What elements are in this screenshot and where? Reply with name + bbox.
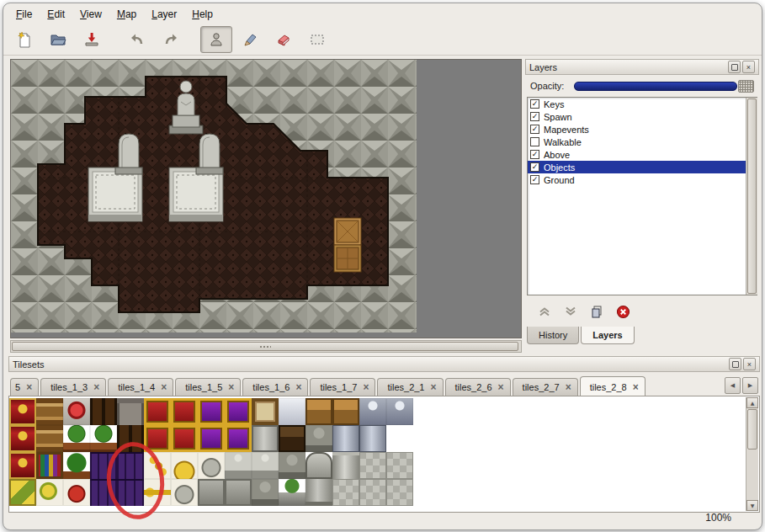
map-gravestone[interactable] (196, 134, 223, 174)
eraser-tool-button[interactable] (268, 26, 300, 53)
tile-cabinet_gray[interactable] (117, 398, 144, 425)
tile-throne_purple[interactable] (198, 425, 225, 452)
tile-white_cloth[interactable] (279, 398, 305, 425)
delete-layer-button[interactable] (614, 302, 632, 321)
tile-vase[interactable] (279, 479, 305, 506)
menu-file[interactable]: File (8, 7, 40, 22)
tileset-tab-tiles_2_6[interactable]: tiles_2_6× (445, 378, 511, 396)
tileset-scroll-thumb[interactable] (747, 409, 757, 450)
scroll-down-arrow[interactable]: ▼ (746, 500, 758, 511)
tile-plant[interactable] (90, 425, 117, 452)
tileset-tab-tiles_1_6[interactable]: tiles_1_6× (242, 378, 308, 396)
tile-armor_big[interactable] (359, 425, 386, 452)
tile-books[interactable] (36, 452, 63, 479)
close-tab-icon[interactable]: × (566, 383, 571, 391)
map-altar[interactable] (88, 168, 142, 221)
tile-plant_tall[interactable] (63, 452, 90, 479)
tile-statue_base[interactable] (198, 479, 225, 506)
tile-tile_gray[interactable] (386, 479, 413, 506)
tile-tile_gray[interactable] (359, 452, 386, 479)
close-tab-icon[interactable]: × (228, 383, 234, 391)
tile-door_purple[interactable] (90, 452, 117, 479)
tile-loom[interactable] (36, 425, 63, 452)
tile-grave[interactable] (305, 452, 332, 479)
tile-throne_purple[interactable] (198, 398, 225, 425)
tileset-tab-tiles_2_1[interactable]: tiles_2_1× (377, 378, 443, 396)
map-crates[interactable] (334, 218, 361, 272)
close-tab-icon[interactable]: × (431, 383, 437, 391)
tile-door_purple[interactable] (117, 452, 144, 479)
tile-banana[interactable] (36, 479, 63, 506)
tile-armor[interactable] (359, 398, 386, 425)
scroll-tabs-right-button[interactable]: ▶ (742, 377, 758, 394)
tile-rock[interactable] (198, 452, 225, 479)
close-tab-icon[interactable]: × (26, 383, 32, 391)
duplicate-layer-button[interactable] (587, 302, 606, 321)
map-horizontal-scrollbar[interactable] (10, 340, 522, 353)
close-tab-icon[interactable]: × (498, 383, 504, 391)
map-viewport[interactable] (10, 59, 522, 338)
tile-pillar_top[interactable] (332, 452, 359, 479)
tile-loom[interactable] (36, 398, 63, 425)
tile-throne_purple[interactable] (225, 398, 252, 425)
tile-throne_red[interactable] (171, 425, 198, 452)
open-button[interactable] (42, 26, 74, 53)
menu-view[interactable]: View (72, 7, 109, 22)
tile-cabinet_dark[interactable] (117, 425, 144, 452)
brush-tool-button[interactable] (234, 26, 266, 53)
tileset-tab-5[interactable]: 5× (10, 378, 39, 396)
tile-gargoyle[interactable] (279, 452, 305, 479)
tileset-tab-tiles_1_7[interactable]: tiles_1_7× (310, 378, 375, 396)
layer-visibility-checkbox[interactable]: ✓ (530, 162, 539, 172)
tile-door_purple[interactable] (90, 479, 117, 506)
menu-edit[interactable]: Edit (40, 7, 72, 22)
tile-obelisk[interactable] (252, 425, 279, 452)
layer-row-mapevents[interactable]: ✓Mapevents (528, 123, 757, 136)
tile-gargoyle[interactable] (305, 425, 332, 452)
undo-button[interactable] (121, 26, 153, 53)
tileset-tab-tiles_1_5[interactable]: tiles_1_5× (175, 378, 241, 396)
tile-statue_angel[interactable] (252, 452, 279, 479)
tile-banner_red[interactable] (9, 425, 36, 452)
tileset-scrollbar[interactable]: ▲ ▼ (746, 397, 758, 511)
tile-throne_red[interactable] (144, 398, 171, 425)
menu-layer[interactable]: Layer (144, 7, 184, 22)
map-gravestone[interactable] (115, 134, 142, 174)
tab-layers[interactable]: Layers (581, 327, 634, 344)
map-altar[interactable] (169, 168, 223, 221)
tileset-tab-tiles_1_3[interactable]: tiles_1_3× (40, 378, 106, 396)
tile-tile_gray[interactable] (386, 452, 413, 479)
tile-cabinet_dark[interactable] (90, 398, 117, 425)
close-panel-button[interactable]: × (742, 61, 755, 73)
tab-history[interactable]: History (527, 327, 579, 344)
map-canvas[interactable] (11, 60, 417, 332)
menu-help[interactable]: Help (184, 7, 220, 22)
save-button[interactable] (76, 26, 108, 53)
float-panel-button[interactable] (728, 61, 741, 73)
tile-gold_key[interactable] (144, 479, 171, 506)
tile-gold_pile[interactable] (171, 452, 198, 479)
tile-statue_base[interactable] (225, 479, 252, 506)
tile-pot_red[interactable] (63, 479, 90, 506)
layer-visibility-checkbox[interactable]: ✓ (530, 99, 539, 109)
close-tab-icon[interactable]: × (161, 383, 167, 391)
tile-chest_dark[interactable] (279, 425, 305, 452)
redo-button[interactable] (155, 26, 187, 53)
tileset-tab-tiles_1_4[interactable]: tiles_1_4× (108, 378, 173, 396)
tile-rock[interactable] (171, 479, 198, 506)
layer-row-walkable[interactable]: Walkable (528, 136, 757, 148)
close-tab-icon[interactable]: × (633, 383, 639, 391)
tile-pillar_base[interactable] (305, 479, 332, 506)
layer-row-keys[interactable]: ✓Keys (528, 98, 757, 110)
tile-plant[interactable] (63, 425, 90, 452)
layer-row-ground[interactable]: ✓Ground (528, 173, 757, 186)
opacity-slider[interactable] (574, 82, 737, 91)
tile-tile_gray[interactable] (332, 479, 359, 506)
tile-throne_purple[interactable] (225, 425, 252, 452)
new-file-button[interactable] (8, 26, 40, 53)
tile-banner_gold[interactable] (9, 479, 36, 506)
opacity-slider-handle[interactable] (738, 80, 754, 93)
layer-list-scroll-thumb[interactable] (747, 98, 757, 294)
layer-row-objects[interactable]: ✓Objects (528, 161, 757, 173)
close-tab-icon[interactable]: × (363, 383, 369, 391)
